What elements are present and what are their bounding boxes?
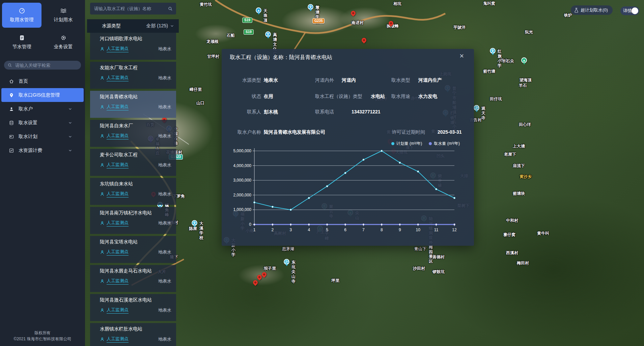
menu-item-label: 水资源计费 [19, 148, 42, 154]
water-source-type: 地表水 [158, 133, 171, 139]
water-source-type: 地表水 [158, 336, 171, 342]
sidebar-search-input[interactable] [15, 62, 78, 68]
menu-item-label: 取水计划 [19, 134, 37, 140]
station-search-input[interactable] [93, 6, 168, 11]
filter-label: 水源类型 [102, 23, 121, 29]
database-icon [9, 120, 14, 126]
menu-item-home[interactable]: 首页 [0, 74, 85, 88]
map-place-label: 上大塘 [513, 144, 525, 149]
station-search[interactable] [90, 3, 176, 15]
map-poi-marker-icon[interactable]: 文红旗小学 [490, 48, 496, 54]
menu-item-intake-plan[interactable]: 取水计划 [0, 130, 85, 143]
map-place-label: 坝子里 [264, 266, 276, 271]
map-poi-marker-icon[interactable]: ▲天珠顶 [256, 7, 261, 13]
menu-item-label: 首页 [19, 78, 28, 84]
map-place-label: 梅田村 [517, 261, 529, 265]
map-place-label: 甘坪村 [207, 54, 219, 59]
list-item[interactable]: 东坑镇自来水站 人工监测点地表水 [90, 178, 176, 205]
water-source-type: 地表水 [158, 75, 171, 81]
sidebar-search[interactable] [4, 61, 81, 70]
map-place-label: 中和村 [506, 218, 518, 223]
map-poi-marker-icon[interactable]: 卍东坑尖山寺 [284, 259, 289, 265]
chevron-down-icon [170, 24, 174, 28]
module-planned-water-use[interactable]: 计划用水 [44, 3, 83, 28]
copyright: 版权所有 ©2021 珠海市仁智科技有限公司 [0, 330, 85, 342]
svg-text:12: 12 [452, 228, 457, 232]
field-label: 取水户名称 [222, 129, 261, 135]
list-item[interactable]: 陆河县南万镇杞洋水电站 人工监测点地表水 [90, 207, 176, 234]
list-item[interactable]: 陆河县自来水厂 人工监测点地表水 [90, 120, 176, 147]
map-place-label: 寨仔窝 [503, 232, 515, 237]
search-icon [7, 63, 12, 68]
field-value: 河道内生产 [418, 77, 442, 83]
filter-value: 全部 (125) [146, 23, 168, 29]
map-place-label: 黄竹坑 [200, 2, 212, 7]
list-item[interactable]: 河口镇唱歌潭水电站 人工监测点地表水 [90, 33, 176, 60]
menu-item-water-users[interactable]: 取水户 [0, 102, 85, 116]
person-icon [100, 192, 105, 196]
monitor-type: 人工监测点 [107, 133, 129, 139]
gear-icon [60, 34, 67, 41]
map-place-label: 芋陂洋 [453, 25, 466, 30]
list-item[interactable]: 友能水厂取水工程 人工监测点地表水 [90, 62, 176, 89]
water-source-type: 地表水 [158, 104, 171, 110]
map-place-label: 思茅湖 [282, 246, 294, 251]
copyright-line2: ©2021 珠海市仁智科技有限公司 [0, 336, 85, 342]
map-poi-marker-icon[interactable]: 文大溪学校 [192, 220, 197, 226]
field-value: 地表水 [264, 77, 278, 83]
station-name: 麦卡公司取水工程 [100, 152, 171, 158]
module-business-settings[interactable]: 业务设置 [44, 30, 83, 55]
map-pin-icon [9, 92, 14, 98]
svg-text:1,000,000: 1,000,000 [233, 207, 252, 212]
waves-icon [60, 7, 67, 14]
field-label: 取水工程（设施）类型 [315, 94, 362, 100]
map-place-label: 庙流下 [513, 163, 525, 168]
station-name: 陆河县水唇走马石水电站 [100, 268, 171, 274]
map-place-label: 沙田村 [413, 266, 425, 271]
chevron-down-icon [68, 135, 72, 139]
svg-text:5,000,000: 5,000,000 [233, 149, 252, 153]
monitor-type: 人工监测点 [107, 104, 129, 110]
list-item[interactable]: 陆河县宝塔水电站 人工监测点地表水 [90, 236, 176, 263]
menu-item-intake-settings[interactable]: 取水设置 [0, 116, 85, 130]
search-icon[interactable] [168, 6, 173, 11]
svg-text:7: 7 [362, 228, 365, 232]
filter-value-dropdown[interactable]: 全部 (125) [146, 23, 174, 29]
annual-volume-chart: 01,000,0002,000,0003,000,0004,000,0005,0… [222, 140, 474, 241]
module-water-use-management[interactable]: 取用水管理 [2, 3, 41, 28]
over-plan-intake-badge[interactable]: 超计划取水(0) [571, 5, 613, 15]
station-name: 东坑镇自来水站 [100, 181, 171, 187]
monitor-type: 人工监测点 [107, 75, 129, 81]
map-place-label: 老屋下 [504, 152, 516, 157]
copyright-line1: 版权所有 [0, 330, 85, 336]
card-icon [9, 134, 14, 139]
map-poi-marker-icon[interactable]: ▲ [521, 57, 527, 63]
map-place-label: 南进村 [352, 20, 364, 25]
list-item[interactable]: 水唇镇水栏肚水电站 人工监测点地表水 [90, 323, 176, 346]
station-name: 友能水厂取水工程 [100, 65, 171, 71]
list-item[interactable]: 陆河县激石溪老区水电站 人工监测点地表水 [90, 294, 176, 321]
module-switcher: 取用水管理 计划用水 节水管理 业务设置 [0, 0, 85, 56]
map-poi-label: 大溪学校 [199, 221, 203, 240]
list-item[interactable]: 陆河县青磜水电站 人工监测点地表水 [90, 91, 176, 118]
app-window: 黄竹坑相坑鬼叫窝南进村挨垅蜂芋陂洋阮光铁炉龙颈根石船甘坪村嶂仔里山口坪水箭竹塘望… [0, 0, 644, 346]
list-item[interactable]: 麦卡公司取水工程 人工监测点地表水 [90, 149, 176, 176]
menu-item-intake-gis[interactable]: 取水口GIS信息管理 [1, 88, 84, 102]
list-item[interactable]: 陆河县水唇走马石水电站 人工监测点地表水 [90, 265, 176, 292]
person-icon [100, 76, 105, 80]
water-source-type: 地表水 [158, 191, 171, 197]
station-list: 河口镇唱歌潭水电站 人工监测点地表水友能水厂取水工程 人工监测点地表水陆河县青磜… [90, 33, 176, 346]
menu-item-water-billing[interactable]: 水资源计费 [0, 143, 85, 157]
home-icon [9, 79, 14, 84]
map-place-label: 望海顶 [520, 78, 532, 82]
map-poi-marker-icon[interactable]: 卍观天寺 [474, 105, 479, 111]
map-poi-marker-icon[interactable]: 文墩塘学校 [308, 4, 313, 10]
road-shield-badge: S19 [242, 18, 252, 23]
close-icon[interactable]: × [459, 52, 464, 60]
road-shield-badge: S19 [244, 29, 254, 35]
map-poi-label: 东坑尖山寺 [291, 260, 296, 284]
detail-toggle[interactable]: 详情 [620, 6, 639, 15]
monitor-type: 人工监测点 [107, 191, 129, 197]
map-poi-marker-icon[interactable]: 文高塘文化广场 [265, 31, 271, 37]
module-water-saving-management[interactable]: 节水管理 [2, 30, 41, 55]
